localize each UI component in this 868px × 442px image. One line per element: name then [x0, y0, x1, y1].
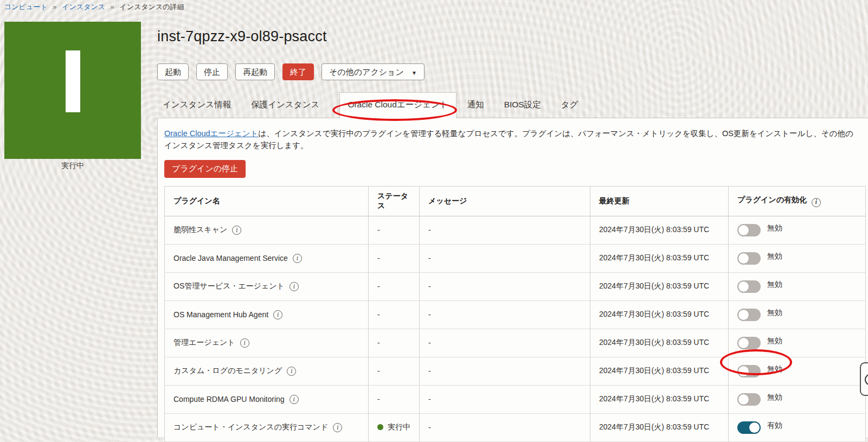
column-header-last-updated: 最終更新 [590, 186, 729, 216]
tab-bios-settings[interactable]: BIOS設定 [504, 93, 541, 118]
page-title: inst-7qpzz-x9-ol89-psacct [157, 28, 868, 45]
instance-state-icon [4, 22, 141, 159]
toggle-knob [738, 310, 749, 320]
plugin-message: - [420, 385, 590, 413]
tabstrip: インスタンス情報 保護インスタンス Oracle Cloudエージェント 通知 … [155, 92, 868, 118]
plugin-status: - [377, 395, 380, 403]
more-actions-button[interactable]: その他のアクション ▼ [322, 63, 425, 80]
toggle-knob [738, 281, 749, 292]
table-row: Compute RDMA GPU Monitoringi--2024年7月30日… [165, 385, 866, 413]
toggle-knob [749, 422, 760, 433]
plugin-name: コンピュート・インスタンスの実行コマンド [173, 422, 328, 432]
plugin-toggle[interactable] [737, 337, 761, 349]
table-row: 脆弱性スキャンi--2024年7月30日(火) 8:03:59 UTC無効 [165, 216, 866, 244]
oracle-cloud-agent-link[interactable]: Oracle Cloudエージェント [164, 129, 258, 138]
running-status-dot [377, 424, 383, 430]
plugin-status: 実行中 [388, 422, 410, 431]
info-icon[interactable]: i [240, 338, 249, 348]
info-icon[interactable]: i [287, 367, 296, 376]
tab-notifications[interactable]: 通知 [467, 93, 484, 118]
agent-description: Oracle Cloudエージェントは、インスタンスで実行中のプラグインを管理す… [164, 127, 863, 152]
info-icon[interactable]: i [293, 254, 302, 263]
plugin-toggle[interactable] [737, 309, 761, 321]
breadcrumb-link-instances[interactable]: インスタンス [62, 3, 105, 11]
terminate-button[interactable]: 終了 [282, 63, 314, 80]
more-actions-label: その他のアクション [329, 67, 404, 76]
plugin-name: カスタム・ログのモニタリング [173, 366, 282, 376]
breadcrumb-separator: » [110, 3, 114, 11]
plugin-last-updated: 2024年7月30日(火) 8:03:59 UTC [590, 329, 729, 357]
info-icon[interactable]: i [232, 226, 241, 235]
plugin-last-updated: 2024年7月30日(火) 8:03:59 UTC [590, 272, 729, 300]
clipped-edge-popup[interactable] [860, 362, 868, 396]
stop-button[interactable]: 停止 [196, 63, 228, 80]
agent-description-text: は、インスタンスで実行中のプラグインを管理する軽量なプロセスです。プラグインは、… [164, 129, 853, 150]
info-icon [865, 374, 868, 386]
toggle-state-label: 無効 [767, 308, 782, 318]
table-row: 管理エージェントi--2024年7月30日(火) 8:03:59 UTC無効 [165, 329, 866, 357]
info-icon[interactable]: i [333, 423, 342, 432]
plugin-message: - [420, 216, 590, 244]
plugin-toggle[interactable] [737, 393, 761, 406]
plugin-status: - [377, 338, 380, 347]
table-row: カスタム・ログのモニタリングi--2024年7月30日(火) 8:03:59 U… [165, 357, 866, 385]
agent-tab-panel: Oracle Cloudエージェントは、インスタンスで実行中のプラグインを管理す… [157, 118, 868, 437]
table-row: コンピュート・インスタンスの実行コマンドi実行中-2024年7月30日(火) 8… [165, 413, 866, 441]
plugin-name: Oracle Java Management Service [173, 254, 288, 262]
toggle-knob [738, 338, 749, 348]
plugin-message: - [420, 413, 590, 441]
column-header-message: メッセージ [420, 186, 590, 216]
plugin-toggle[interactable] [737, 365, 761, 377]
reboot-button[interactable]: 再起動 [235, 63, 275, 80]
instance-letter-i [66, 50, 80, 112]
plugin-toggle[interactable] [737, 224, 761, 236]
stop-plugin-button[interactable]: プラグインの停止 [164, 160, 246, 178]
plugin-message: - [420, 357, 590, 385]
plugin-last-updated: 2024年7月30日(火) 8:03:59 UTC [590, 300, 729, 329]
tab-oracle-cloud-agent[interactable]: Oracle Cloudエージェント [339, 92, 456, 118]
plugin-toggle[interactable] [737, 280, 761, 293]
plugin-name: 脆弱性スキャン [173, 225, 227, 235]
plugin-toggle[interactable] [737, 421, 761, 434]
instance-status-label: 実行中 [4, 161, 141, 171]
breadcrumb-separator: » [53, 3, 56, 11]
start-button[interactable]: 起動 [157, 63, 189, 80]
main-content: inst-7qpzz-x9-ol89-psacct 起動 停止 再起動 終了 そ… [155, 28, 868, 437]
plugin-last-updated: 2024年7月30日(火) 8:03:59 UTC [590, 413, 729, 441]
breadcrumb-link-compute[interactable]: コンピュート [4, 3, 48, 11]
plugin-name: Compute RDMA GPU Monitoring [173, 395, 285, 403]
tab-instance-info[interactable]: インスタンス情報 [163, 93, 231, 118]
plugin-status: - [377, 226, 380, 234]
plugin-last-updated: 2024年7月30日(火) 8:03:59 UTC [590, 216, 729, 244]
toggle-state-label: 無効 [767, 280, 782, 290]
plugin-name: OS Management Hub Agent [173, 310, 268, 319]
toggle-state-label: 無効 [767, 223, 782, 233]
table-row: Oracle Java Management Servicei--2024年7月… [165, 244, 866, 272]
plugin-status: - [377, 254, 380, 262]
toggle-knob [738, 394, 749, 405]
info-icon[interactable]: i [812, 198, 821, 207]
toggle-state-label: 無効 [767, 336, 782, 346]
column-header-plugin-name: プラグイン名 [165, 186, 369, 216]
info-icon[interactable]: i [273, 310, 282, 319]
toggle-state-label: 無効 [767, 252, 782, 261]
plugins-table-header: プラグイン名 ステータス メッセージ 最終更新 プラグインの有効化i [165, 186, 866, 216]
plugins-table: プラグイン名 ステータス メッセージ 最終更新 プラグインの有効化i 脆弱性スキ… [164, 186, 866, 442]
plugin-last-updated: 2024年7月30日(火) 8:03:59 UTC [590, 244, 729, 272]
info-icon[interactable]: i [290, 282, 299, 291]
plugin-status: - [377, 310, 380, 319]
info-icon[interactable]: i [290, 395, 299, 404]
tab-tags[interactable]: タグ [561, 93, 578, 118]
tab-protected-instance[interactable]: 保護インスタンス [251, 93, 319, 118]
plugin-last-updated: 2024年7月30日(火) 8:03:59 UTC [590, 357, 729, 385]
plugin-toggle[interactable] [737, 252, 761, 265]
action-button-row: 起動 停止 再起動 終了 その他のアクション ▼ [157, 63, 868, 80]
toggle-knob [738, 366, 749, 376]
column-header-plugin-enable: プラグインの有効化i [729, 186, 866, 216]
column-header-plugin-enable-label: プラグインの有効化 [737, 195, 807, 204]
plugin-message: - [420, 329, 590, 357]
plugin-last-updated: 2024年7月30日(火) 8:03:59 UTC [590, 385, 729, 413]
toggle-knob [738, 253, 749, 264]
toggle-state-label: 無効 [767, 364, 782, 374]
column-header-status: ステータス [369, 186, 420, 216]
